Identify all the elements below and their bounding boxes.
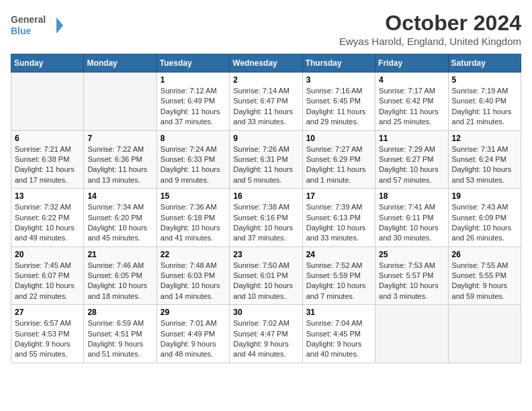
day-number: 25 xyxy=(379,250,444,259)
calendar-day: 17 Sunrise: 7:39 AMSunset: 6:13 PMDaylig… xyxy=(302,189,375,247)
calendar-day: 19 Sunrise: 7:43 AMSunset: 6:09 PMDaylig… xyxy=(448,189,521,247)
day-number: 12 xyxy=(452,134,517,143)
day-number: 22 xyxy=(161,250,226,259)
month-title: October 2024 xyxy=(339,11,521,36)
calendar-day: 2 Sunrise: 7:14 AMSunset: 6:47 PMDayligh… xyxy=(230,73,302,131)
calendar-day: 28 Sunrise: 6:59 AMSunset: 4:51 PMDaylig… xyxy=(84,305,157,363)
day-number: 7 xyxy=(87,134,152,143)
day-info: Sunrise: 7:46 AMSunset: 6:05 PMDaylight:… xyxy=(87,261,147,300)
calendar-day: 1 Sunrise: 7:12 AMSunset: 6:49 PMDayligh… xyxy=(157,73,229,131)
day-number: 24 xyxy=(306,250,371,259)
svg-text:General: General xyxy=(11,14,46,25)
calendar-day: 4 Sunrise: 7:17 AMSunset: 6:42 PMDayligh… xyxy=(375,73,448,131)
day-info: Sunrise: 7:22 AMSunset: 6:36 PMDaylight:… xyxy=(87,145,147,184)
calendar-day xyxy=(11,73,84,131)
day-info: Sunrise: 7:34 AMSunset: 6:20 PMDaylight:… xyxy=(87,203,147,242)
day-number: 13 xyxy=(15,191,80,201)
location: Ewyas Harold, England, United Kingdom xyxy=(339,36,521,47)
day-number: 28 xyxy=(87,308,152,317)
day-info: Sunrise: 7:02 AMSunset: 4:47 PMDaylight:… xyxy=(233,319,290,358)
calendar-day: 25 Sunrise: 7:53 AMSunset: 5:57 PMDaylig… xyxy=(375,246,448,305)
day-info: Sunrise: 6:59 AMSunset: 4:51 PMDaylight:… xyxy=(87,319,144,358)
calendar-day: 15 Sunrise: 7:36 AMSunset: 6:18 PMDaylig… xyxy=(157,189,229,247)
day-number: 2 xyxy=(233,75,298,85)
day-info: Sunrise: 7:38 AMSunset: 6:16 PMDaylight:… xyxy=(233,203,293,242)
day-info: Sunrise: 7:48 AMSunset: 6:03 PMDaylight:… xyxy=(161,261,220,300)
calendar-day: 11 Sunrise: 7:29 AMSunset: 6:27 PMDaylig… xyxy=(375,130,448,189)
day-info: Sunrise: 7:39 AMSunset: 6:13 PMDaylight:… xyxy=(306,203,366,242)
day-info: Sunrise: 7:43 AMSunset: 6:09 PMDaylight:… xyxy=(452,203,512,242)
page-header: General Blue October 2024 Ewyas Harold, … xyxy=(11,11,521,47)
day-number: 5 xyxy=(452,75,517,85)
day-number: 14 xyxy=(87,191,152,201)
calendar-day: 6 Sunrise: 7:21 AMSunset: 6:38 PMDayligh… xyxy=(11,130,84,189)
col-friday: Friday xyxy=(375,54,448,73)
day-number: 23 xyxy=(233,250,298,259)
day-info: Sunrise: 7:17 AMSunset: 6:42 PMDaylight:… xyxy=(379,87,439,126)
calendar-day: 30 Sunrise: 7:02 AMSunset: 4:47 PMDaylig… xyxy=(230,305,302,363)
logo-svg: General Blue xyxy=(11,11,64,40)
calendar-day xyxy=(448,305,521,363)
calendar-day xyxy=(84,73,157,131)
day-number: 15 xyxy=(161,191,226,201)
col-monday: Monday xyxy=(84,54,157,73)
calendar-day: 27 Sunrise: 6:57 AMSunset: 4:53 PMDaylig… xyxy=(11,305,84,363)
day-number: 4 xyxy=(379,75,444,85)
calendar-day: 7 Sunrise: 7:22 AMSunset: 6:36 PMDayligh… xyxy=(84,130,157,189)
calendar-day: 31 Sunrise: 7:04 AMSunset: 4:45 PMDaylig… xyxy=(302,305,375,363)
day-info: Sunrise: 7:27 AMSunset: 6:29 PMDaylight:… xyxy=(306,145,366,184)
day-info: Sunrise: 7:26 AMSunset: 6:31 PMDaylight:… xyxy=(233,145,293,184)
calendar-day: 16 Sunrise: 7:38 AMSunset: 6:16 PMDaylig… xyxy=(230,189,302,247)
col-tuesday: Tuesday xyxy=(157,54,229,73)
title-block: October 2024 Ewyas Harold, England, Unit… xyxy=(339,11,521,47)
day-info: Sunrise: 7:24 AMSunset: 6:33 PMDaylight:… xyxy=(161,145,220,184)
calendar-day xyxy=(375,305,448,363)
day-info: Sunrise: 7:31 AMSunset: 6:24 PMDaylight:… xyxy=(452,145,512,184)
day-number: 30 xyxy=(233,308,298,317)
calendar-week-5: 27 Sunrise: 6:57 AMSunset: 4:53 PMDaylig… xyxy=(11,305,521,363)
calendar-day: 18 Sunrise: 7:41 AMSunset: 6:11 PMDaylig… xyxy=(375,189,448,247)
day-number: 16 xyxy=(233,191,298,201)
calendar-day: 26 Sunrise: 7:55 AMSunset: 5:55 PMDaylig… xyxy=(448,246,521,305)
svg-marker-2 xyxy=(56,17,63,34)
calendar-day: 9 Sunrise: 7:26 AMSunset: 6:31 PMDayligh… xyxy=(230,130,302,189)
day-number: 11 xyxy=(379,134,444,143)
day-number: 6 xyxy=(15,134,80,143)
calendar-day: 3 Sunrise: 7:16 AMSunset: 6:45 PMDayligh… xyxy=(302,73,375,131)
day-number: 27 xyxy=(15,308,80,317)
calendar-day: 13 Sunrise: 7:32 AMSunset: 6:22 PMDaylig… xyxy=(11,189,84,247)
day-info: Sunrise: 7:41 AMSunset: 6:11 PMDaylight:… xyxy=(379,203,439,242)
day-number: 17 xyxy=(306,191,371,201)
calendar-day: 8 Sunrise: 7:24 AMSunset: 6:33 PMDayligh… xyxy=(157,130,229,189)
day-info: Sunrise: 7:19 AMSunset: 6:40 PMDaylight:… xyxy=(452,87,512,126)
calendar-day: 22 Sunrise: 7:48 AMSunset: 6:03 PMDaylig… xyxy=(157,246,229,305)
calendar-day: 20 Sunrise: 7:45 AMSunset: 6:07 PMDaylig… xyxy=(11,246,84,305)
calendar-day: 29 Sunrise: 7:01 AMSunset: 4:49 PMDaylig… xyxy=(157,305,229,363)
calendar-day: 24 Sunrise: 7:52 AMSunset: 5:59 PMDaylig… xyxy=(302,246,375,305)
day-number: 31 xyxy=(306,308,371,317)
calendar-day: 23 Sunrise: 7:50 AMSunset: 6:01 PMDaylig… xyxy=(230,246,302,305)
day-info: Sunrise: 6:57 AMSunset: 4:53 PMDaylight:… xyxy=(15,319,71,358)
day-info: Sunrise: 7:04 AMSunset: 4:45 PMDaylight:… xyxy=(306,319,363,358)
day-info: Sunrise: 7:16 AMSunset: 6:45 PMDaylight:… xyxy=(306,87,366,126)
logo: General Blue xyxy=(11,11,64,40)
day-info: Sunrise: 7:01 AMSunset: 4:49 PMDaylight:… xyxy=(161,319,217,358)
day-number: 8 xyxy=(161,134,226,143)
col-wednesday: Wednesday xyxy=(230,54,302,73)
day-number: 1 xyxy=(161,75,226,85)
day-info: Sunrise: 7:45 AMSunset: 6:07 PMDaylight:… xyxy=(15,261,75,300)
day-info: Sunrise: 7:50 AMSunset: 6:01 PMDaylight:… xyxy=(233,261,293,300)
day-info: Sunrise: 7:36 AMSunset: 6:18 PMDaylight:… xyxy=(161,203,220,242)
day-info: Sunrise: 7:55 AMSunset: 5:55 PMDaylight:… xyxy=(452,261,508,300)
calendar-day: 5 Sunrise: 7:19 AMSunset: 6:40 PMDayligh… xyxy=(448,73,521,131)
col-thursday: Thursday xyxy=(302,54,375,73)
day-info: Sunrise: 7:52 AMSunset: 5:59 PMDaylight:… xyxy=(306,261,366,300)
calendar-day: 10 Sunrise: 7:27 AMSunset: 6:29 PMDaylig… xyxy=(302,130,375,189)
calendar-day: 21 Sunrise: 7:46 AMSunset: 6:05 PMDaylig… xyxy=(84,246,157,305)
calendar-week-2: 6 Sunrise: 7:21 AMSunset: 6:38 PMDayligh… xyxy=(11,130,521,189)
day-info: Sunrise: 7:29 AMSunset: 6:27 PMDaylight:… xyxy=(379,145,439,184)
col-saturday: Saturday xyxy=(448,54,521,73)
day-number: 19 xyxy=(452,191,517,201)
svg-text:Blue: Blue xyxy=(11,26,32,36)
day-number: 9 xyxy=(233,134,298,143)
